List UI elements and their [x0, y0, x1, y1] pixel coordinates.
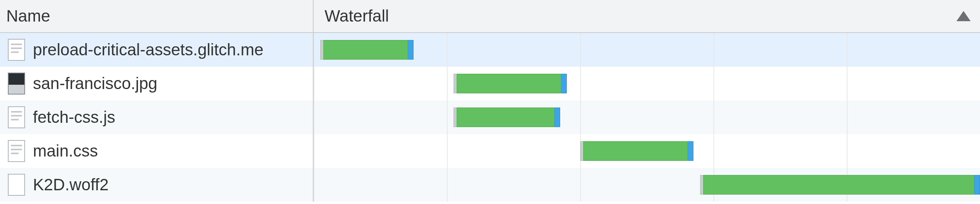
timing-bar[interactable]: [454, 107, 560, 127]
column-header-name[interactable]: Name: [0, 0, 314, 32]
table-row[interactable]: san-francisco.jpg: [0, 67, 980, 100]
waterfall-gridline: [314, 134, 314, 168]
sort-ascending-icon: [956, 11, 971, 21]
timing-bar-queueing: [580, 141, 583, 161]
waterfall-cell[interactable]: [314, 33, 980, 67]
waterfall-gridline: [314, 33, 314, 67]
file-document-icon: [8, 39, 25, 61]
resource-name: fetch-css.js: [33, 108, 115, 127]
file-document-icon: [8, 106, 25, 128]
name-cell: main.css: [0, 134, 314, 168]
waterfall-gridline: [314, 100, 314, 134]
timing-bar-end: [975, 175, 980, 195]
column-header-waterfall-label: Waterfall: [325, 7, 389, 26]
waterfall-gridline: [580, 168, 581, 202]
resource-name: K2D.woff2: [33, 175, 109, 194]
name-cell: K2D.woff2: [0, 168, 314, 202]
timing-bar-download: [457, 74, 561, 93]
timing-bar-end: [555, 107, 560, 127]
timing-bar[interactable]: [454, 74, 567, 93]
waterfall-gridline: [447, 67, 448, 100]
waterfall-cell[interactable]: [314, 168, 980, 202]
waterfall-gridline: [713, 67, 714, 100]
file-image-icon: [8, 73, 25, 95]
waterfall-gridline: [580, 33, 581, 67]
waterfall-gridline: [314, 67, 314, 100]
waterfall-gridline: [314, 168, 314, 202]
timing-bar-end: [408, 40, 414, 60]
waterfall-gridline: [447, 33, 448, 67]
waterfall-gridline: [713, 134, 714, 168]
table-body: preload-critical-assets.glitch.mesan-fra…: [0, 33, 980, 202]
waterfall-cell[interactable]: [314, 100, 980, 134]
name-cell: preload-critical-assets.glitch.me: [0, 33, 314, 67]
table-row[interactable]: preload-critical-assets.glitch.me: [0, 33, 980, 67]
resource-name: preload-critical-assets.glitch.me: [33, 40, 263, 59]
waterfall-gridline: [580, 100, 581, 134]
timing-bar-end: [561, 74, 567, 93]
waterfall-gridline: [580, 67, 581, 100]
name-cell: fetch-css.js: [0, 100, 314, 134]
timing-bar[interactable]: [320, 40, 414, 60]
timing-bar[interactable]: [580, 141, 693, 161]
table-header-row: Name Waterfall: [0, 0, 980, 33]
file-document-icon: [8, 140, 25, 162]
timing-bar-download: [703, 175, 975, 195]
timing-bar-download: [583, 141, 688, 161]
waterfall-cell[interactable]: [314, 67, 980, 100]
timing-bar-queueing: [700, 175, 703, 195]
column-header-name-label: Name: [6, 7, 50, 26]
waterfall-gridline: [447, 168, 448, 202]
column-header-waterfall[interactable]: Waterfall: [314, 0, 980, 32]
waterfall-gridline: [847, 67, 848, 100]
resource-name: san-francisco.jpg: [33, 74, 157, 93]
file-font-icon: [8, 174, 25, 196]
timing-bar-queueing: [454, 74, 457, 93]
waterfall-gridline: [713, 33, 714, 67]
waterfall-gridline: [847, 100, 848, 134]
timing-bar-end: [688, 141, 693, 161]
timing-bar-download: [457, 107, 555, 127]
waterfall-gridline: [713, 100, 714, 134]
network-waterfall-table: Name Waterfall preload-critical-assets.g…: [0, 0, 980, 204]
waterfall-gridline: [847, 134, 848, 168]
waterfall-gridline: [447, 100, 448, 134]
waterfall-cell[interactable]: [314, 134, 980, 168]
table-row[interactable]: fetch-css.js: [0, 100, 980, 134]
waterfall-gridline: [847, 33, 848, 67]
waterfall-gridline: [447, 134, 448, 168]
timing-bar-queueing: [454, 107, 457, 127]
resource-name: main.css: [33, 142, 98, 160]
table-row[interactable]: K2D.woff2: [0, 168, 980, 202]
timing-bar-download: [323, 40, 408, 60]
timing-bar[interactable]: [700, 175, 980, 195]
table-row[interactable]: main.css: [0, 134, 980, 168]
name-cell: san-francisco.jpg: [0, 67, 314, 100]
timing-bar-queueing: [320, 40, 323, 60]
